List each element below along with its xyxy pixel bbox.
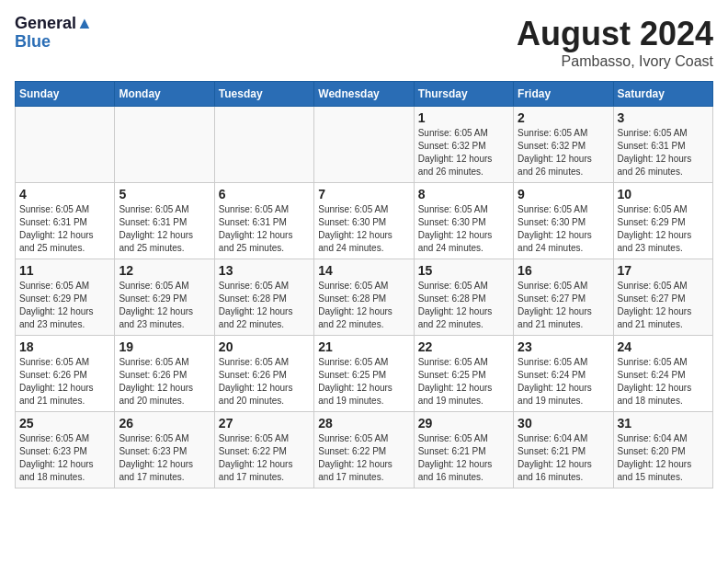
month-year-title: August 2024	[517, 15, 713, 53]
calendar-cell: 2Sunrise: 6:05 AM Sunset: 6:32 PM Daylig…	[514, 107, 613, 183]
calendar-cell: 11Sunrise: 6:05 AM Sunset: 6:29 PM Dayli…	[16, 259, 115, 336]
day-header-monday: Monday	[115, 82, 214, 107]
day-header-friday: Friday	[514, 82, 613, 107]
calendar-cell: 10Sunrise: 6:05 AM Sunset: 6:29 PM Dayli…	[613, 183, 712, 259]
day-number: 1	[418, 110, 509, 125]
cell-info: Sunrise: 6:05 AM Sunset: 6:25 PM Dayligh…	[318, 356, 409, 408]
day-header-sunday: Sunday	[16, 82, 115, 107]
calendar-cell	[16, 107, 115, 183]
day-header-saturday: Saturday	[613, 82, 712, 107]
cell-info: Sunrise: 6:05 AM Sunset: 6:27 PM Dayligh…	[518, 280, 609, 331]
cell-info: Sunrise: 6:05 AM Sunset: 6:32 PM Dayligh…	[418, 127, 509, 178]
cell-info: Sunrise: 6:05 AM Sunset: 6:29 PM Dayligh…	[19, 280, 110, 331]
calendar-cell: 28Sunrise: 6:05 AM Sunset: 6:22 PM Dayli…	[314, 412, 414, 488]
day-number: 17	[618, 263, 709, 278]
calendar-cell: 4Sunrise: 6:05 AM Sunset: 6:31 PM Daylig…	[16, 183, 115, 259]
cell-info: Sunrise: 6:05 AM Sunset: 6:32 PM Dayligh…	[518, 127, 609, 178]
day-number: 4	[19, 187, 110, 201]
cell-info: Sunrise: 6:05 AM Sunset: 6:31 PM Dayligh…	[119, 203, 210, 255]
cell-info: Sunrise: 6:05 AM Sunset: 6:26 PM Dayligh…	[219, 356, 310, 408]
day-number: 9	[518, 187, 609, 201]
day-number: 23	[518, 339, 609, 354]
cell-info: Sunrise: 6:05 AM Sunset: 6:24 PM Dayligh…	[618, 356, 709, 408]
calendar-cell: 1Sunrise: 6:05 AM Sunset: 6:32 PM Daylig…	[414, 107, 513, 183]
day-number: 6	[219, 187, 310, 201]
calendar-cell: 27Sunrise: 6:05 AM Sunset: 6:22 PM Dayli…	[214, 412, 313, 488]
day-number: 2	[518, 110, 609, 125]
calendar-week-5: 25Sunrise: 6:05 AM Sunset: 6:23 PM Dayli…	[16, 412, 713, 488]
calendar-cell: 25Sunrise: 6:05 AM Sunset: 6:23 PM Dayli…	[16, 412, 115, 488]
day-number: 26	[119, 416, 210, 431]
calendar-week-4: 18Sunrise: 6:05 AM Sunset: 6:26 PM Dayli…	[16, 336, 713, 412]
calendar-week-3: 11Sunrise: 6:05 AM Sunset: 6:29 PM Dayli…	[16, 259, 713, 336]
logo-text-general: General▲	[15, 15, 93, 33]
cell-info: Sunrise: 6:05 AM Sunset: 6:23 PM Dayligh…	[19, 432, 110, 484]
calendar-table: SundayMondayTuesdayWednesdayThursdayFrid…	[15, 81, 713, 488]
day-number: 11	[19, 263, 110, 278]
cell-info: Sunrise: 6:05 AM Sunset: 6:28 PM Dayligh…	[418, 280, 509, 331]
page-header: General▲ Blue August 2024 Pambasso, Ivor…	[15, 15, 713, 70]
logo-container: General▲ Blue	[15, 15, 93, 52]
cell-info: Sunrise: 6:05 AM Sunset: 6:29 PM Dayligh…	[119, 280, 210, 331]
calendar-cell: 14Sunrise: 6:05 AM Sunset: 6:28 PM Dayli…	[314, 259, 414, 336]
cell-info: Sunrise: 6:05 AM Sunset: 6:31 PM Dayligh…	[219, 203, 310, 255]
calendar-cell: 22Sunrise: 6:05 AM Sunset: 6:25 PM Dayli…	[414, 336, 513, 412]
cell-info: Sunrise: 6:05 AM Sunset: 6:29 PM Dayligh…	[618, 203, 709, 255]
day-number: 20	[219, 339, 310, 354]
calendar-cell: 15Sunrise: 6:05 AM Sunset: 6:28 PM Dayli…	[414, 259, 513, 336]
calendar-cell	[115, 107, 214, 183]
cell-info: Sunrise: 6:05 AM Sunset: 6:22 PM Dayligh…	[318, 432, 409, 484]
calendar-cell: 21Sunrise: 6:05 AM Sunset: 6:25 PM Dayli…	[314, 336, 414, 412]
calendar-cell	[314, 107, 414, 183]
day-number: 28	[318, 416, 409, 431]
cell-info: Sunrise: 6:04 AM Sunset: 6:21 PM Dayligh…	[518, 432, 609, 484]
cell-info: Sunrise: 6:05 AM Sunset: 6:31 PM Dayligh…	[19, 203, 110, 255]
day-number: 5	[119, 187, 210, 201]
calendar-cell: 8Sunrise: 6:05 AM Sunset: 6:30 PM Daylig…	[414, 183, 513, 259]
calendar-cell: 13Sunrise: 6:05 AM Sunset: 6:28 PM Dayli…	[214, 259, 313, 336]
calendar-cell: 12Sunrise: 6:05 AM Sunset: 6:29 PM Dayli…	[115, 259, 214, 336]
calendar-cell: 17Sunrise: 6:05 AM Sunset: 6:27 PM Dayli…	[613, 259, 712, 336]
cell-info: Sunrise: 6:05 AM Sunset: 6:30 PM Dayligh…	[418, 203, 509, 255]
day-number: 29	[418, 416, 509, 431]
cell-info: Sunrise: 6:05 AM Sunset: 6:23 PM Dayligh…	[119, 432, 210, 484]
calendar-cell: 31Sunrise: 6:04 AM Sunset: 6:20 PM Dayli…	[613, 412, 712, 488]
cell-info: Sunrise: 6:05 AM Sunset: 6:30 PM Dayligh…	[518, 203, 609, 255]
day-number: 31	[618, 416, 709, 431]
cell-info: Sunrise: 6:05 AM Sunset: 6:25 PM Dayligh…	[418, 356, 509, 408]
day-number: 25	[19, 416, 110, 431]
calendar-week-1: 1Sunrise: 6:05 AM Sunset: 6:32 PM Daylig…	[16, 107, 713, 183]
calendar-cell: 3Sunrise: 6:05 AM Sunset: 6:31 PM Daylig…	[613, 107, 712, 183]
calendar-cell: 7Sunrise: 6:05 AM Sunset: 6:30 PM Daylig…	[314, 183, 414, 259]
cell-info: Sunrise: 6:04 AM Sunset: 6:20 PM Dayligh…	[618, 432, 709, 484]
day-number: 13	[219, 263, 310, 278]
calendar-cell: 20Sunrise: 6:05 AM Sunset: 6:26 PM Dayli…	[214, 336, 313, 412]
cell-info: Sunrise: 6:05 AM Sunset: 6:27 PM Dayligh…	[618, 280, 709, 331]
day-number: 30	[518, 416, 609, 431]
calendar-cell: 29Sunrise: 6:05 AM Sunset: 6:21 PM Dayli…	[414, 412, 513, 488]
calendar-cell: 6Sunrise: 6:05 AM Sunset: 6:31 PM Daylig…	[214, 183, 313, 259]
day-number: 22	[418, 339, 509, 354]
day-number: 19	[119, 339, 210, 354]
calendar-cell: 30Sunrise: 6:04 AM Sunset: 6:21 PM Dayli…	[514, 412, 613, 488]
day-number: 27	[219, 416, 310, 431]
calendar-cell: 23Sunrise: 6:05 AM Sunset: 6:24 PM Dayli…	[514, 336, 613, 412]
day-number: 12	[119, 263, 210, 278]
cell-info: Sunrise: 6:05 AM Sunset: 6:31 PM Dayligh…	[618, 127, 709, 178]
day-number: 14	[318, 263, 409, 278]
cell-info: Sunrise: 6:05 AM Sunset: 6:26 PM Dayligh…	[119, 356, 210, 408]
cell-info: Sunrise: 6:05 AM Sunset: 6:24 PM Dayligh…	[518, 356, 609, 408]
day-number: 15	[418, 263, 509, 278]
day-number: 16	[518, 263, 609, 278]
logo: General▲ Blue	[15, 15, 93, 52]
calendar-cell: 16Sunrise: 6:05 AM Sunset: 6:27 PM Dayli…	[514, 259, 613, 336]
cell-info: Sunrise: 6:05 AM Sunset: 6:22 PM Dayligh…	[219, 432, 310, 484]
calendar-week-2: 4Sunrise: 6:05 AM Sunset: 6:31 PM Daylig…	[16, 183, 713, 259]
location-subtitle: Pambasso, Ivory Coast	[517, 53, 713, 70]
day-number: 7	[318, 187, 409, 201]
calendar-header: SundayMondayTuesdayWednesdayThursdayFrid…	[16, 82, 713, 107]
day-number: 3	[618, 110, 709, 125]
day-number: 24	[618, 339, 709, 354]
logo-text-blue: Blue	[15, 33, 93, 52]
calendar-cell: 19Sunrise: 6:05 AM Sunset: 6:26 PM Dayli…	[115, 336, 214, 412]
